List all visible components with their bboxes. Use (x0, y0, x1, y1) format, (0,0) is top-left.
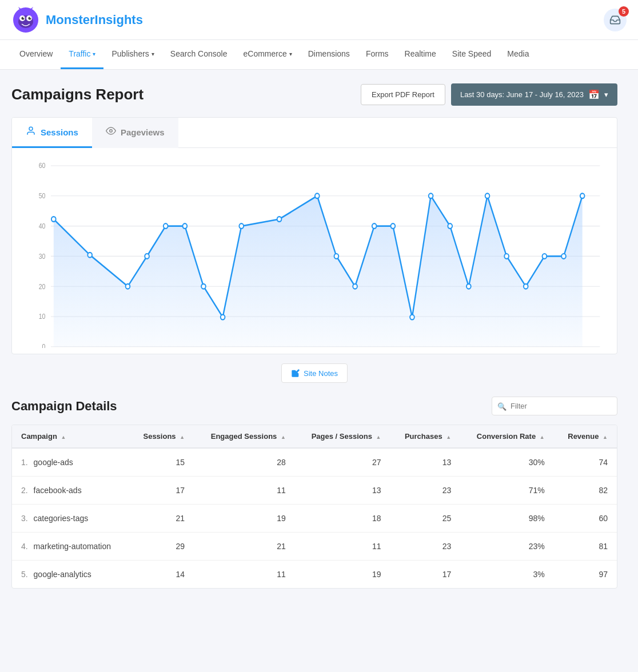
nav-item-search-console[interactable]: Search Console (162, 40, 236, 69)
tab-sessions[interactable]: Sessions (12, 118, 92, 148)
campaign-table: Campaign ▲ Sessions ▲ Engaged Sessions ▲… (11, 425, 617, 589)
svg-point-30 (164, 223, 168, 229)
site-notes-button[interactable]: Site Notes (281, 363, 348, 383)
chart-tabs: Sessions Pageviews (12, 118, 617, 148)
nav-item-site-speed[interactable]: Site Speed (444, 40, 500, 69)
cell-revenue: 60 (554, 505, 617, 533)
campaign-name: google-analytics (34, 570, 91, 579)
table-row: 2. facebook-ads 17 11 13 23 71% 82 (12, 477, 617, 505)
cell-engaged: 11 (194, 561, 295, 589)
svg-point-4 (22, 17, 25, 19)
cell-campaign: 4. marketing-automation (12, 533, 129, 561)
cell-sessions: 17 (129, 477, 194, 505)
cell-campaign: 2. facebook-ads (12, 477, 129, 505)
sort-engaged-icon[interactable]: ▲ (281, 434, 286, 440)
campaign-name: facebook-ads (34, 486, 82, 495)
cell-sessions: 21 (129, 505, 194, 533)
cell-pages: 18 (295, 505, 390, 533)
svg-point-46 (504, 254, 509, 259)
col-purchases: Purchases ▲ (390, 425, 460, 448)
nav-item-overview[interactable]: Overview (11, 40, 61, 69)
sort-revenue-icon[interactable]: ▲ (603, 434, 608, 440)
svg-point-37 (334, 254, 339, 259)
svg-point-41 (410, 315, 414, 320)
cell-revenue: 97 (554, 561, 617, 589)
cell-conversion: 23% (460, 533, 553, 561)
table-row: 4. marketing-automation 29 21 11 23 23% … (12, 533, 617, 561)
inbox-icon (609, 14, 621, 26)
cell-conversion: 3% (460, 561, 553, 589)
export-pdf-button[interactable]: Export PDF Report (361, 84, 445, 105)
cell-campaign: 5. google-analytics (12, 561, 129, 589)
svg-point-39 (372, 223, 377, 229)
daterange-chevron-icon: ▾ (604, 90, 608, 99)
logo-area: MonsterInsights (11, 6, 143, 34)
cell-campaign: 3. categories-tags (12, 505, 129, 533)
svg-point-45 (485, 193, 490, 198)
notification-button[interactable]: 5 (604, 9, 627, 31)
table-row: 5. google-analytics 14 11 19 17 3% 97 (12, 561, 617, 589)
cell-sessions: 14 (129, 561, 194, 589)
svg-text:50: 50 (39, 193, 46, 200)
chart-container: Sessions Pageviews (11, 117, 617, 354)
svg-point-49 (561, 254, 566, 259)
filter-input[interactable] (492, 397, 617, 415)
notification-badge: 5 (619, 6, 629, 17)
col-revenue: Revenue ▲ (554, 425, 617, 448)
campaign-name: marketing-automation (34, 542, 111, 551)
traffic-chevron: ▾ (93, 51, 95, 57)
svg-point-44 (466, 284, 471, 289)
campaign-name: google-ads (34, 458, 73, 467)
svg-point-42 (429, 193, 433, 198)
ecommerce-chevron: ▾ (289, 51, 292, 57)
cell-conversion: 71% (460, 477, 553, 505)
svg-point-11 (110, 130, 113, 133)
cell-revenue: 74 (554, 448, 617, 477)
nav-item-ecommerce[interactable]: eCommerce ▾ (235, 40, 300, 69)
nav-item-media[interactable]: Media (499, 40, 537, 69)
main-content: Campaigns Report Export PDF Report Last … (0, 70, 629, 602)
sort-sessions-icon[interactable]: ▲ (180, 434, 185, 440)
cell-pages: 13 (295, 477, 390, 505)
page-title: Campaigns Report (11, 86, 143, 103)
svg-point-10 (29, 127, 33, 130)
col-sessions: Sessions ▲ (129, 425, 194, 448)
table-body: 1. google-ads 15 28 27 13 30% 74 2. face… (12, 448, 617, 588)
nav-item-realtime[interactable]: Realtime (397, 40, 444, 69)
header-right: 5 (604, 9, 627, 31)
svg-point-31 (183, 223, 188, 229)
svg-point-38 (353, 284, 357, 289)
table-head: Campaign ▲ Sessions ▲ Engaged Sessions ▲… (12, 425, 617, 448)
cell-sessions: 29 (129, 533, 194, 561)
filter-search-icon: 🔍 (497, 402, 507, 410)
nav-item-dimensions[interactable]: Dimensions (300, 40, 358, 69)
site-notes-area: Site Notes (11, 363, 617, 383)
svg-point-36 (315, 193, 320, 198)
nav-item-forms[interactable]: Forms (358, 40, 397, 69)
calendar-icon: 📅 (588, 89, 600, 100)
svg-text:10: 10 (39, 313, 46, 321)
cell-purchases: 25 (390, 505, 460, 533)
filter-wrap: 🔍 (492, 397, 617, 415)
tab-pageviews[interactable]: Pageviews (92, 118, 178, 148)
publishers-chevron: ▾ (151, 51, 154, 57)
svg-text:30: 30 (39, 253, 46, 260)
sort-purchases-icon[interactable]: ▲ (446, 434, 451, 440)
sort-pages-icon[interactable]: ▲ (376, 434, 381, 440)
nav-item-traffic[interactable]: Traffic ▾ (61, 40, 103, 69)
sort-conversion-icon[interactable]: ▲ (540, 434, 545, 440)
cell-purchases: 13 (390, 448, 460, 477)
main-nav: Overview Traffic ▾ Publishers ▾ Search C… (0, 40, 638, 70)
date-range-button[interactable]: Last 30 days: June 17 - July 16, 2023 📅 … (451, 83, 617, 106)
nav-item-publishers[interactable]: Publishers ▾ (103, 40, 162, 69)
cell-conversion: 30% (460, 448, 553, 477)
table-row: 3. categories-tags 21 19 18 25 98% 60 (12, 505, 617, 533)
cell-campaign: 1. google-ads (12, 448, 129, 477)
svg-point-50 (580, 193, 585, 198)
cell-revenue: 81 (554, 533, 617, 561)
sort-campaign-icon[interactable]: ▲ (61, 434, 66, 440)
person-icon (26, 126, 36, 138)
cell-engaged: 21 (194, 533, 295, 561)
cell-engaged: 11 (194, 477, 295, 505)
sessions-chart: 60 50 40 30 20 10 0 (23, 159, 605, 348)
